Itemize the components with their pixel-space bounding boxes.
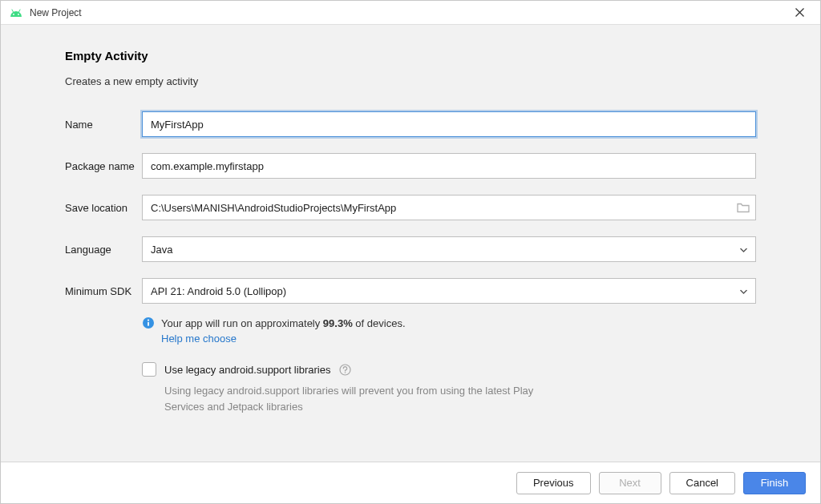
row-name: Name <box>65 111 756 137</box>
chevron-down-icon <box>740 285 747 297</box>
package-label: Package name <box>65 160 142 172</box>
legacy-libraries-row: Use legacy android.support libraries <box>142 362 756 377</box>
chevron-down-icon <box>740 244 747 256</box>
legacy-libraries-label: Use legacy android.support libraries <box>164 364 330 376</box>
dialog-content: Empty Activity Creates a new empty activ… <box>1 25 820 462</box>
language-label: Language <box>65 244 142 256</box>
package-input[interactable] <box>142 153 756 179</box>
location-label: Save location <box>65 202 142 214</box>
name-input[interactable] <box>142 111 756 137</box>
svg-point-1 <box>18 14 19 15</box>
sdk-value: API 21: Android 5.0 (Lollipop) <box>151 285 286 297</box>
row-location: Save location <box>65 195 756 220</box>
legacy-libraries-checkbox[interactable] <box>142 362 156 377</box>
svg-rect-7 <box>148 322 149 326</box>
window-title: New Project <box>30 7 82 18</box>
language-select[interactable]: Java <box>142 236 756 262</box>
row-language: Language Java <box>65 236 756 262</box>
browse-folder-button[interactable] <box>737 203 750 213</box>
legacy-libraries-description: Using legacy android.support libraries w… <box>164 383 565 414</box>
section-title: Empty Activity <box>65 49 756 62</box>
row-package: Package name <box>65 153 756 179</box>
next-button: Next <box>599 472 661 494</box>
name-label: Name <box>65 119 142 131</box>
svg-point-0 <box>13 14 14 15</box>
android-logo-icon <box>9 6 23 20</box>
language-value: Java <box>151 244 172 256</box>
section-description: Creates a new empty activity <box>65 75 756 87</box>
previous-button[interactable]: Previous <box>516 472 591 494</box>
sdk-select[interactable]: API 21: Android 5.0 (Lollipop) <box>142 278 756 304</box>
new-project-dialog: New Project Empty Activity Creates a new… <box>0 0 821 504</box>
info-icon <box>142 317 155 329</box>
sdk-info-block: Your app will run on approximately 99.3%… <box>142 317 756 345</box>
help-me-choose-link[interactable]: Help me choose <box>161 333 756 345</box>
svg-point-10 <box>345 372 346 373</box>
cancel-button[interactable]: Cancel <box>669 472 735 494</box>
svg-point-8 <box>148 320 149 321</box>
svg-line-3 <box>19 10 21 12</box>
sdk-label: Minimum SDK <box>65 285 142 297</box>
location-input[interactable] <box>142 195 756 220</box>
svg-line-2 <box>12 10 14 12</box>
close-button[interactable] <box>785 2 814 24</box>
help-icon[interactable] <box>338 363 351 376</box>
titlebar: New Project <box>1 1 820 25</box>
sdk-coverage-text: Your app will run on approximately 99.3%… <box>161 317 406 329</box>
folder-icon <box>737 203 750 213</box>
close-icon <box>795 8 804 17</box>
sdk-coverage-info: Your app will run on approximately 99.3%… <box>142 317 756 329</box>
finish-button[interactable]: Finish <box>743 472 806 494</box>
dialog-footer: Previous Next Cancel Finish <box>1 462 820 503</box>
row-sdk: Minimum SDK API 21: Android 5.0 (Lollipo… <box>65 278 756 304</box>
